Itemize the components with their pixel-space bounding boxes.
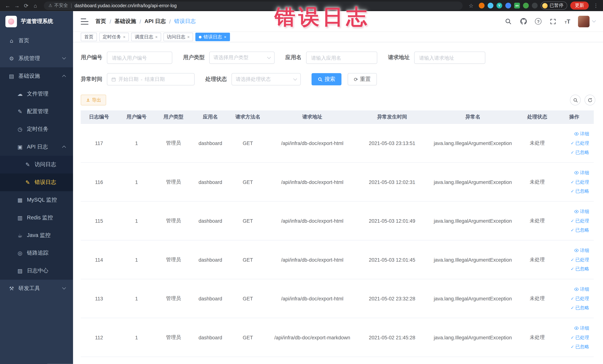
process-link[interactable]: ✓已处理 <box>570 334 589 341</box>
tab-job-log[interactable]: 调度日志 × <box>131 33 161 41</box>
tab-home[interactable]: 首页 <box>81 33 97 41</box>
reload-icon[interactable]: ⟳ <box>22 2 31 9</box>
cell-exception-name: java.lang.IllegalArgumentException <box>426 140 520 146</box>
date-range-picker[interactable]: 开始日期 - 结束日期 <box>107 73 195 85</box>
process-link[interactable]: ✓已处理 <box>570 140 589 146</box>
sidebar-item-api-log[interactable]: ▣ API 日志 <box>0 138 73 156</box>
security-label[interactable]: 不安全 <box>54 2 68 9</box>
ignore-link[interactable]: ✓已忽略 <box>570 305 589 311</box>
process-link[interactable]: ✓已处理 <box>570 218 589 224</box>
github-icon[interactable] <box>520 17 527 25</box>
sidebar-item-error-log[interactable]: ✎ 错误日志 <box>0 174 73 191</box>
refresh-table-button[interactable] <box>584 94 595 105</box>
detail-link[interactable]: 详细 <box>574 169 589 176</box>
sidebar-item-redis[interactable]: ▥ Redis 监控 <box>0 209 73 227</box>
breadcrumb-home[interactable]: 首页 <box>95 18 106 25</box>
smiley-icon <box>542 3 548 8</box>
sidebar-item-dev-tools[interactable]: ⚒ 研发工具 <box>0 280 73 297</box>
address-bar[interactable]: ⚠ 不安全 dashboard.yudao.iocoder.cn/infra/l… <box>44 1 463 10</box>
col-log-id: 日志编号 <box>81 114 117 120</box>
bookmark-star-icon[interactable]: ☆ <box>466 2 476 9</box>
search-icon[interactable] <box>504 17 512 25</box>
sidebar-item-trace[interactable]: ◎ 链路追踪 <box>0 244 73 262</box>
app-logo[interactable]: 芋道管理系统 <box>0 11 73 32</box>
back-icon[interactable]: ← <box>3 2 12 9</box>
ignore-link[interactable]: ✓已忽略 <box>570 227 589 233</box>
sidebar-item-job[interactable]: ◷ 定时任务 <box>0 120 73 138</box>
process-status-select[interactable]: 请选择处理状态 <box>232 73 301 85</box>
home-icon[interactable]: ⌂ <box>31 2 40 9</box>
export-button[interactable]: 导出 <box>81 94 106 105</box>
ignore-link[interactable]: ✓已忽略 <box>570 266 589 272</box>
user-id-field[interactable] <box>107 52 172 64</box>
page-url[interactable]: dashboard.yudao.iocoder.cn/infra/log/api… <box>74 3 177 8</box>
detail-link[interactable]: 详细 <box>574 208 589 215</box>
paused-badge[interactable]: 已暂停 <box>541 1 567 10</box>
cell-app-name: dashboard <box>191 179 230 185</box>
extension-icon-leaf[interactable] <box>523 3 529 9</box>
sidebar-item-infra[interactable]: ▤ 基础设施 <box>0 67 73 85</box>
detail-link[interactable]: 详细 <box>574 130 589 137</box>
user-type-select[interactable]: 请选择用户类型 <box>209 52 275 64</box>
extension-icon-on[interactable]: on <box>514 3 520 9</box>
detail-link[interactable]: 详细 <box>574 325 589 331</box>
page-content: 用户编号 用户类型 请选择用户类型 应用名 请求地址 <box>73 42 603 364</box>
cell-exception-name: java.lang.IllegalArgumentException <box>426 335 520 340</box>
app-name-input[interactable] <box>310 55 373 61</box>
user-id-input[interactable] <box>111 55 168 61</box>
update-button[interactable]: 更新 <box>570 1 589 10</box>
cell-actions: 详细 ✓已处理 ✓已忽略 <box>555 130 594 156</box>
extension-icon-orange[interactable] <box>479 3 485 9</box>
chevron-down-icon <box>267 55 271 59</box>
sidebar-item-home[interactable]: ⌂ 首页 <box>0 32 73 49</box>
ignore-link[interactable]: ✓已忽略 <box>570 149 589 156</box>
breadcrumb-infra[interactable]: 基础设施 <box>115 18 136 25</box>
font-size-icon[interactable]: TT <box>565 18 570 25</box>
sidebar-item-mysql[interactable]: ▦ MySQL 监控 <box>0 191 73 209</box>
process-link[interactable]: ✓已处理 <box>570 179 589 185</box>
close-icon[interactable]: × <box>123 35 126 39</box>
tab-job[interactable]: 定时任务 × <box>99 33 129 41</box>
fullscreen-icon[interactable] <box>549 17 557 25</box>
ignore-link[interactable]: ✓已忽略 <box>570 188 589 194</box>
sidebar-item-java[interactable]: ☕ Java 监控 <box>0 227 73 244</box>
tab-error-log[interactable]: 错误日志 × <box>196 33 230 41</box>
ignore-link[interactable]: ✓已忽略 <box>570 343 589 350</box>
check-icon: ✓ <box>570 296 574 301</box>
sidebar-item-system[interactable]: ⚙ 系统管理 <box>0 50 73 67</box>
close-icon[interactable]: × <box>187 35 190 39</box>
close-icon[interactable]: × <box>155 35 158 39</box>
col-app-name: 应用名 <box>191 114 230 120</box>
hide-search-button[interactable] <box>570 94 581 105</box>
sidebar: 芋道管理系统 ⌂ 首页 ⚙ 系统管理 ▤ 基础设施 <box>0 11 73 364</box>
tab-access-log[interactable]: 访问日志 × <box>163 33 193 41</box>
select-placeholder: 请选择处理状态 <box>236 76 291 83</box>
extension-icon-v[interactable]: V <box>496 3 502 9</box>
extension-icon-paw[interactable] <box>532 3 538 9</box>
sidebar-item-config[interactable]: ✎ 配置管理 <box>0 103 73 120</box>
request-url-input[interactable] <box>418 55 481 61</box>
check-icon: ✓ <box>570 344 574 349</box>
request-url-field[interactable] <box>414 52 485 64</box>
page-header: 首页 / 基础设施 / API 日志 / 错误日志 ? <box>73 11 603 32</box>
forward-icon[interactable]: → <box>12 2 22 9</box>
detail-link[interactable]: 详细 <box>574 286 589 293</box>
sidebar-item-log-center[interactable]: ▨ 日志中心 <box>0 262 73 280</box>
sidebar-item-file[interactable]: ☁ 文件管理 <box>0 85 73 103</box>
user-menu[interactable] <box>578 16 595 27</box>
collapse-sidebar-button[interactable] <box>81 18 88 24</box>
process-link[interactable]: ✓已处理 <box>570 257 589 263</box>
search-button[interactable]: 搜索 <box>312 73 341 85</box>
close-icon[interactable]: × <box>224 35 226 39</box>
detail-link[interactable]: 详细 <box>574 247 589 254</box>
reset-button[interactable]: ⟳ 重置 <box>348 73 377 85</box>
help-icon[interactable]: ? <box>535 18 542 25</box>
extension-icon-blue[interactable] <box>488 3 493 9</box>
app-name-field[interactable] <box>306 52 377 64</box>
sidebar-item-access-log[interactable]: ✎ 访问日志 <box>0 156 73 173</box>
browser-menu-icon[interactable]: ⋮ <box>592 3 600 9</box>
extension-icon-grid[interactable] <box>505 3 511 9</box>
breadcrumb-api-log[interactable]: API 日志 <box>145 18 166 25</box>
process-link[interactable]: ✓已处理 <box>570 295 589 302</box>
cell-method: GET <box>230 257 266 263</box>
